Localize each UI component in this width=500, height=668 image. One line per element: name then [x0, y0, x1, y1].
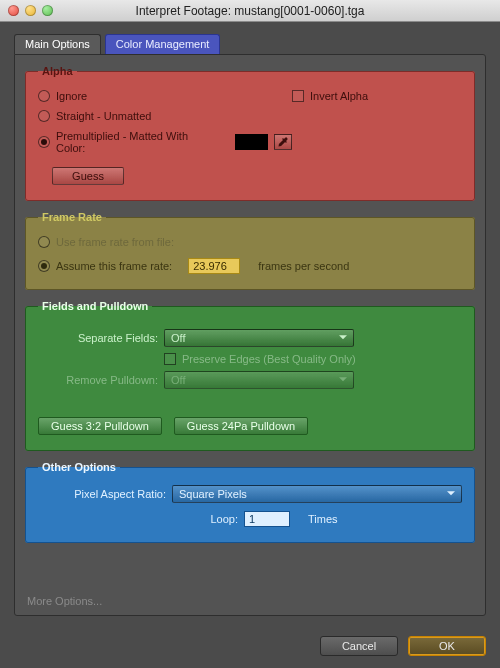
separate-fields-select[interactable]: Off [164, 329, 354, 347]
tab-bar: Main Options Color Management [14, 34, 486, 54]
fields-legend: Fields and Pulldown [38, 300, 152, 312]
framerate-input[interactable]: 23.976 [188, 258, 240, 274]
tab-main-options[interactable]: Main Options [14, 34, 101, 54]
remove-pulldown-select: Off [164, 371, 354, 389]
main-options-panel: Alpha Ignore Straight - Unmatted [14, 54, 486, 616]
cancel-button[interactable]: Cancel [320, 636, 398, 656]
alpha-legend: Alpha [38, 65, 77, 77]
other-legend: Other Options [38, 461, 120, 473]
preserve-edges-checkbox [164, 353, 176, 365]
guess-32-button[interactable]: Guess 3:2 Pulldown [38, 417, 162, 435]
other-options-group: Other Options Pixel Aspect Ratio: Square… [25, 461, 475, 543]
framerate-legend: Frame Rate [38, 211, 106, 223]
fields-pulldown-group: Fields and Pulldown Separate Fields: Off… [25, 300, 475, 451]
separate-fields-label: Separate Fields: [38, 332, 158, 344]
alpha-ignore-radio[interactable] [38, 90, 50, 102]
loop-units: Times [308, 513, 338, 525]
alpha-straight-label: Straight - Unmatted [56, 110, 151, 122]
invert-alpha-checkbox[interactable] [292, 90, 304, 102]
remove-pulldown-label: Remove Pulldown: [38, 374, 158, 386]
ok-button[interactable]: OK [408, 636, 486, 656]
preserve-edges-label: Preserve Edges (Best Quality Only) [182, 353, 356, 365]
framerate-assume-radio[interactable] [38, 260, 50, 272]
dialog-footer: Cancel OK [0, 626, 500, 668]
loop-input[interactable]: 1 [244, 511, 290, 527]
more-options-button: More Options... [25, 591, 475, 607]
guess-24pa-button[interactable]: Guess 24Pa Pulldown [174, 417, 308, 435]
framerate-group: Frame Rate Use frame rate from file: Ass… [25, 211, 475, 290]
dialog-content: Main Options Color Management Alpha Igno… [0, 22, 500, 626]
framerate-file-label: Use frame rate from file: [56, 236, 174, 248]
alpha-premult-label: Premultiplied - Matted With Color: [56, 130, 217, 154]
par-label: Pixel Aspect Ratio: [38, 488, 166, 500]
alpha-guess-button[interactable]: Guess [52, 167, 124, 185]
par-select[interactable]: Square Pixels [172, 485, 462, 503]
alpha-premult-radio[interactable] [38, 136, 50, 148]
alpha-color-swatch[interactable] [235, 134, 268, 150]
par-value: Square Pixels [179, 488, 247, 500]
alpha-ignore-label: Ignore [56, 90, 87, 102]
invert-alpha-label: Invert Alpha [310, 90, 368, 102]
framerate-units: frames per second [258, 260, 349, 272]
window-title: Interpret Footage: mustang[0001-0060].tg… [0, 4, 500, 18]
loop-label: Loop: [172, 513, 238, 525]
framerate-assume-label: Assume this frame rate: [56, 260, 172, 272]
titlebar: Interpret Footage: mustang[0001-0060].tg… [0, 0, 500, 22]
framerate-file-radio [38, 236, 50, 248]
remove-pulldown-value: Off [171, 374, 185, 386]
alpha-straight-radio[interactable] [38, 110, 50, 122]
alpha-group: Alpha Ignore Straight - Unmatted [25, 65, 475, 201]
separate-fields-value: Off [171, 332, 185, 344]
tab-color-management[interactable]: Color Management [105, 34, 221, 54]
interpret-footage-dialog: Interpret Footage: mustang[0001-0060].tg… [0, 0, 500, 668]
eyedropper-icon[interactable] [274, 134, 292, 150]
